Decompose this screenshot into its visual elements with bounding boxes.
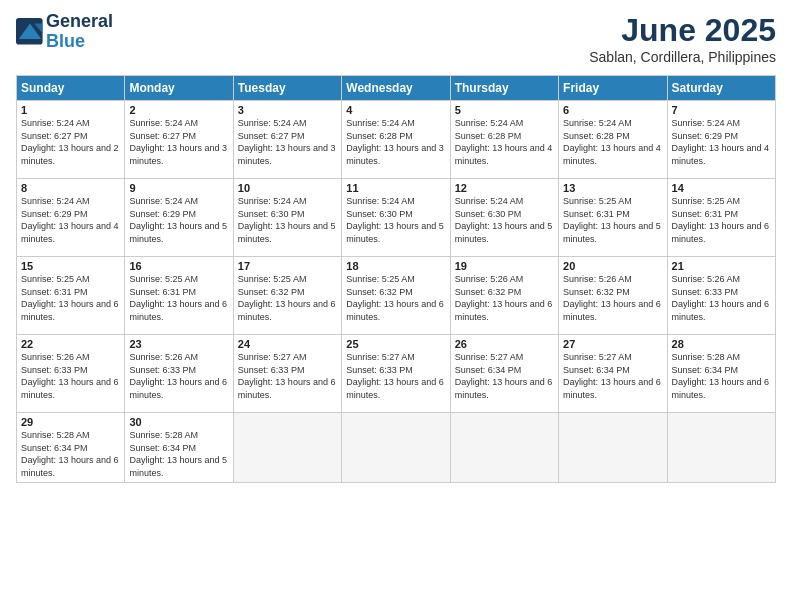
day-number: 22 (21, 338, 120, 350)
day-number: 30 (129, 416, 228, 428)
day-cell: 20Sunrise: 5:26 AMSunset: 6:32 PMDayligh… (559, 257, 667, 335)
logo: General Blue (16, 12, 113, 52)
day-number: 7 (672, 104, 771, 116)
day-info: Sunrise: 5:26 AMSunset: 6:33 PMDaylight:… (129, 351, 228, 401)
day-info: Sunrise: 5:25 AMSunset: 6:31 PMDaylight:… (563, 195, 662, 245)
day-info: Sunrise: 5:27 AMSunset: 6:34 PMDaylight:… (563, 351, 662, 401)
day-cell: 5Sunrise: 5:24 AMSunset: 6:28 PMDaylight… (450, 101, 558, 179)
day-info: Sunrise: 5:24 AMSunset: 6:28 PMDaylight:… (346, 117, 445, 167)
day-number: 6 (563, 104, 662, 116)
day-cell: 2Sunrise: 5:24 AMSunset: 6:27 PMDaylight… (125, 101, 233, 179)
day-cell (667, 413, 775, 483)
week-row: 8Sunrise: 5:24 AMSunset: 6:29 PMDaylight… (17, 179, 776, 257)
day-number: 24 (238, 338, 337, 350)
day-number: 3 (238, 104, 337, 116)
day-cell: 7Sunrise: 5:24 AMSunset: 6:29 PMDaylight… (667, 101, 775, 179)
day-cell: 26Sunrise: 5:27 AMSunset: 6:34 PMDayligh… (450, 335, 558, 413)
day-cell: 1Sunrise: 5:24 AMSunset: 6:27 PMDaylight… (17, 101, 125, 179)
day-number: 15 (21, 260, 120, 272)
day-cell: 25Sunrise: 5:27 AMSunset: 6:33 PMDayligh… (342, 335, 450, 413)
title-block: June 2025 Sablan, Cordillera, Philippine… (589, 12, 776, 65)
day-cell (233, 413, 341, 483)
day-info: Sunrise: 5:26 AMSunset: 6:32 PMDaylight:… (455, 273, 554, 323)
day-info: Sunrise: 5:28 AMSunset: 6:34 PMDaylight:… (672, 351, 771, 401)
day-cell: 27Sunrise: 5:27 AMSunset: 6:34 PMDayligh… (559, 335, 667, 413)
logo-icon (16, 18, 44, 46)
logo-text: General Blue (46, 12, 113, 52)
day-cell (450, 413, 558, 483)
week-row: 1Sunrise: 5:24 AMSunset: 6:27 PMDaylight… (17, 101, 776, 179)
day-cell: 18Sunrise: 5:25 AMSunset: 6:32 PMDayligh… (342, 257, 450, 335)
day-info: Sunrise: 5:24 AMSunset: 6:27 PMDaylight:… (129, 117, 228, 167)
day-number: 20 (563, 260, 662, 272)
day-number: 17 (238, 260, 337, 272)
header: General Blue June 2025 Sablan, Cordiller… (16, 12, 776, 65)
day-number: 5 (455, 104, 554, 116)
day-number: 14 (672, 182, 771, 194)
day-info: Sunrise: 5:24 AMSunset: 6:27 PMDaylight:… (238, 117, 337, 167)
day-info: Sunrise: 5:24 AMSunset: 6:29 PMDaylight:… (21, 195, 120, 245)
day-info: Sunrise: 5:27 AMSunset: 6:33 PMDaylight:… (346, 351, 445, 401)
day-cell: 23Sunrise: 5:26 AMSunset: 6:33 PMDayligh… (125, 335, 233, 413)
day-number: 9 (129, 182, 228, 194)
day-info: Sunrise: 5:25 AMSunset: 6:32 PMDaylight:… (238, 273, 337, 323)
day-cell: 8Sunrise: 5:24 AMSunset: 6:29 PMDaylight… (17, 179, 125, 257)
page: General Blue June 2025 Sablan, Cordiller… (0, 0, 792, 612)
day-cell: 28Sunrise: 5:28 AMSunset: 6:34 PMDayligh… (667, 335, 775, 413)
day-cell: 17Sunrise: 5:25 AMSunset: 6:32 PMDayligh… (233, 257, 341, 335)
day-number: 21 (672, 260, 771, 272)
day-header-tuesday: Tuesday (233, 76, 341, 101)
day-cell (559, 413, 667, 483)
day-cell: 30Sunrise: 5:28 AMSunset: 6:34 PMDayligh… (125, 413, 233, 483)
month-title: June 2025 (589, 12, 776, 49)
day-number: 11 (346, 182, 445, 194)
day-info: Sunrise: 5:24 AMSunset: 6:28 PMDaylight:… (455, 117, 554, 167)
day-info: Sunrise: 5:25 AMSunset: 6:31 PMDaylight:… (672, 195, 771, 245)
day-number: 10 (238, 182, 337, 194)
day-header-monday: Monday (125, 76, 233, 101)
day-info: Sunrise: 5:27 AMSunset: 6:33 PMDaylight:… (238, 351, 337, 401)
day-header-sunday: Sunday (17, 76, 125, 101)
day-info: Sunrise: 5:25 AMSunset: 6:32 PMDaylight:… (346, 273, 445, 323)
header-row: SundayMondayTuesdayWednesdayThursdayFrid… (17, 76, 776, 101)
day-header-saturday: Saturday (667, 76, 775, 101)
day-number: 28 (672, 338, 771, 350)
day-info: Sunrise: 5:24 AMSunset: 6:29 PMDaylight:… (672, 117, 771, 167)
day-cell: 4Sunrise: 5:24 AMSunset: 6:28 PMDaylight… (342, 101, 450, 179)
day-info: Sunrise: 5:24 AMSunset: 6:30 PMDaylight:… (455, 195, 554, 245)
day-info: Sunrise: 5:24 AMSunset: 6:27 PMDaylight:… (21, 117, 120, 167)
day-cell: 6Sunrise: 5:24 AMSunset: 6:28 PMDaylight… (559, 101, 667, 179)
day-info: Sunrise: 5:25 AMSunset: 6:31 PMDaylight:… (21, 273, 120, 323)
day-info: Sunrise: 5:26 AMSunset: 6:33 PMDaylight:… (672, 273, 771, 323)
day-info: Sunrise: 5:28 AMSunset: 6:34 PMDaylight:… (21, 429, 120, 479)
day-cell (342, 413, 450, 483)
day-number: 8 (21, 182, 120, 194)
day-number: 1 (21, 104, 120, 116)
day-number: 27 (563, 338, 662, 350)
day-cell: 22Sunrise: 5:26 AMSunset: 6:33 PMDayligh… (17, 335, 125, 413)
day-info: Sunrise: 5:26 AMSunset: 6:33 PMDaylight:… (21, 351, 120, 401)
day-cell: 11Sunrise: 5:24 AMSunset: 6:30 PMDayligh… (342, 179, 450, 257)
day-cell: 10Sunrise: 5:24 AMSunset: 6:30 PMDayligh… (233, 179, 341, 257)
day-header-thursday: Thursday (450, 76, 558, 101)
day-header-wednesday: Wednesday (342, 76, 450, 101)
day-cell: 24Sunrise: 5:27 AMSunset: 6:33 PMDayligh… (233, 335, 341, 413)
day-number: 23 (129, 338, 228, 350)
day-cell: 16Sunrise: 5:25 AMSunset: 6:31 PMDayligh… (125, 257, 233, 335)
day-cell: 14Sunrise: 5:25 AMSunset: 6:31 PMDayligh… (667, 179, 775, 257)
day-cell: 29Sunrise: 5:28 AMSunset: 6:34 PMDayligh… (17, 413, 125, 483)
day-number: 18 (346, 260, 445, 272)
day-number: 16 (129, 260, 228, 272)
day-cell: 13Sunrise: 5:25 AMSunset: 6:31 PMDayligh… (559, 179, 667, 257)
day-info: Sunrise: 5:26 AMSunset: 6:32 PMDaylight:… (563, 273, 662, 323)
day-info: Sunrise: 5:24 AMSunset: 6:29 PMDaylight:… (129, 195, 228, 245)
day-number: 12 (455, 182, 554, 194)
day-number: 29 (21, 416, 120, 428)
day-cell: 21Sunrise: 5:26 AMSunset: 6:33 PMDayligh… (667, 257, 775, 335)
location: Sablan, Cordillera, Philippines (589, 49, 776, 65)
day-cell: 9Sunrise: 5:24 AMSunset: 6:29 PMDaylight… (125, 179, 233, 257)
day-info: Sunrise: 5:25 AMSunset: 6:31 PMDaylight:… (129, 273, 228, 323)
week-row: 15Sunrise: 5:25 AMSunset: 6:31 PMDayligh… (17, 257, 776, 335)
day-number: 25 (346, 338, 445, 350)
calendar-table: SundayMondayTuesdayWednesdayThursdayFrid… (16, 75, 776, 483)
